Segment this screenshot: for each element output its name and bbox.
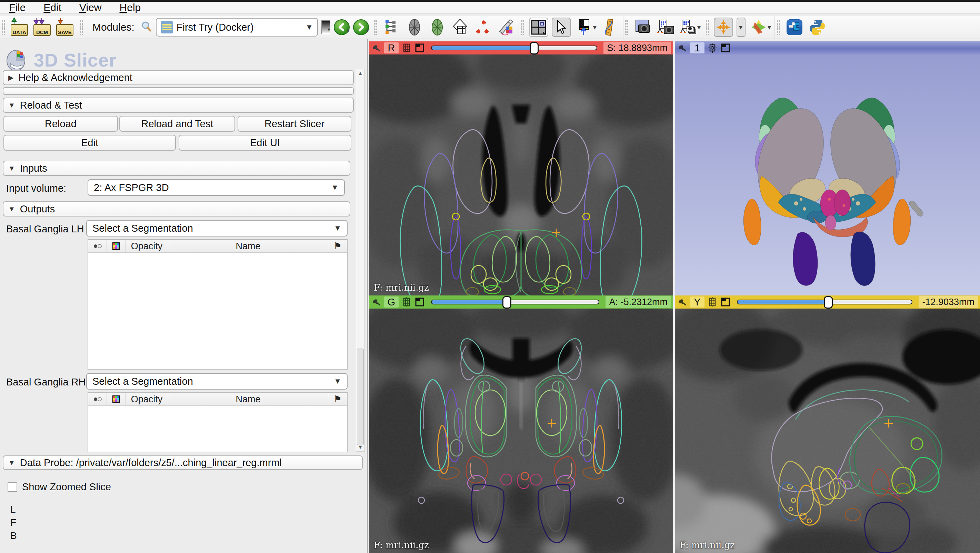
- scroll-down-icon[interactable]: ▼: [356, 443, 364, 451]
- view-menu-icon[interactable]: [414, 43, 425, 53]
- toolbar-drag-handle[interactable]: [625, 20, 628, 35]
- yellow-slice-slider[interactable]: [737, 300, 912, 304]
- markups-button[interactable]: [473, 17, 492, 37]
- volume-rendering-button[interactable]: [405, 17, 424, 37]
- pin-icon[interactable]: [677, 43, 687, 53]
- basal-ganglia-lh-selector[interactable]: Select a Segmentation ▼: [86, 220, 348, 237]
- menu-file[interactable]: File: [9, 2, 25, 13]
- restart-slicer-button[interactable]: Restart Slicer: [238, 116, 352, 132]
- visibility-column-icon[interactable]: [88, 240, 107, 253]
- python-console-button[interactable]: [808, 17, 827, 37]
- show-zoomed-slice-checkbox[interactable]: [8, 482, 17, 492]
- menu-view[interactable]: View: [79, 2, 101, 13]
- toolbar-drag-handle[interactable]: [521, 20, 524, 35]
- rh-segment-table[interactable]: Opacity Name ⚑: [88, 393, 348, 452]
- outputs-section[interactable]: ▼ Outputs: [3, 201, 350, 216]
- name-column-header[interactable]: Name: [168, 393, 328, 405]
- green-slice-controller: G A: -5.2312mm: [369, 296, 673, 308]
- yellow-slice-view[interactable]: F: mri.nii.gz: [675, 308, 980, 553]
- crosshair-button[interactable]: [714, 17, 733, 37]
- chevron-down-icon[interactable]: ▾: [328, 26, 330, 33]
- toolbar-drag-handle[interactable]: [776, 20, 780, 35]
- opacity-column-header[interactable]: Opacity: [126, 240, 168, 253]
- module-selector[interactable]: First Try (Docker) ▼: [156, 18, 318, 37]
- red-corner-label: F: mri.nii.gz: [374, 282, 429, 293]
- chevron-down-icon[interactable]: ▾: [347, 27, 350, 34]
- inputs-section[interactable]: ▼ Inputs: [3, 160, 350, 176]
- capture-stack-button[interactable]: [679, 17, 698, 37]
- reload-button[interactable]: Reload: [3, 116, 118, 132]
- save-scene-button[interactable]: SAVE: [55, 17, 75, 37]
- green-slider-handle[interactable]: [503, 296, 511, 308]
- lh-segment-table[interactable]: Opacity Name ⚑: [88, 239, 348, 370]
- extensions-manager-button[interactable]: [785, 17, 804, 37]
- data-probe-section[interactable]: ▼ Data Probe: /private/var/folders/z5/..…: [3, 455, 363, 470]
- reload-test-section[interactable]: ▼ Reload & Test: [3, 98, 354, 113]
- scrollbar-thumb[interactable]: [357, 348, 364, 445]
- pin-icon[interactable]: [677, 297, 687, 307]
- lh-segment-list[interactable]: [88, 253, 347, 369]
- module-search-icon[interactable]: [141, 21, 153, 34]
- ruler-button[interactable]: [600, 17, 619, 37]
- threed-view[interactable]: [675, 54, 980, 296]
- slice-intersections-button[interactable]: [749, 17, 768, 37]
- opacity-column-header[interactable]: Opacity: [126, 393, 168, 405]
- yellow-slider-handle[interactable]: [824, 296, 833, 308]
- threed-view-label[interactable]: 1: [690, 42, 705, 54]
- chevron-down-icon[interactable]: ▾: [366, 27, 369, 34]
- edit-button[interactable]: Edit: [3, 135, 176, 151]
- flag-column-icon[interactable]: ⚑: [328, 240, 347, 253]
- transforms-button[interactable]: [496, 17, 515, 37]
- view-menu-icon[interactable]: [720, 43, 731, 53]
- toolbar-drag-handle[interactable]: [374, 20, 377, 35]
- toolbar-drag-handle[interactable]: [79, 20, 83, 35]
- section-label: Reload & Test: [20, 100, 82, 111]
- reload-and-test-button[interactable]: Reload and Test: [119, 116, 235, 132]
- edit-ui-button[interactable]: Edit UI: [179, 135, 352, 151]
- color-column-icon[interactable]: [107, 393, 126, 405]
- view-menu-icon[interactable]: [720, 297, 731, 307]
- flag-column-icon[interactable]: ⚑: [328, 393, 347, 405]
- pin-icon[interactable]: [371, 297, 381, 307]
- slice-visibility-icon[interactable]: [401, 297, 412, 307]
- crop-volume-icon: [452, 19, 468, 36]
- slice-visibility-icon[interactable]: [707, 297, 718, 307]
- load-dicom-button[interactable]: DCM: [32, 17, 52, 37]
- name-column-header[interactable]: Name: [168, 240, 328, 253]
- pin-icon[interactable]: [371, 43, 381, 53]
- yellow-view-label[interactable]: Y: [690, 297, 705, 308]
- red-slice-slider[interactable]: [431, 46, 597, 50]
- menu-edit[interactable]: Edit: [43, 2, 61, 13]
- window-level-button[interactable]: [574, 17, 594, 37]
- toolbar-drag-handle[interactable]: [706, 20, 709, 35]
- crop-volume-button[interactable]: [450, 17, 470, 37]
- crosshair-menu-button[interactable]: ▾: [737, 17, 746, 37]
- red-slice-view[interactable]: F: mri.nii.gz: [369, 54, 673, 296]
- help-acknowledgement-section[interactable]: ▶ Help & Acknowledgement: [3, 70, 354, 85]
- rh-segment-list[interactable]: [88, 406, 347, 451]
- menu-help[interactable]: Help: [120, 2, 141, 13]
- basal-ganglia-rh-selector[interactable]: Select a Segmentation ▼: [86, 373, 348, 389]
- load-data-button[interactable]: DATA: [10, 17, 29, 37]
- capture-scene-button[interactable]: [656, 17, 675, 37]
- view-menu-icon[interactable]: [414, 297, 425, 307]
- subject-hierarchy-button[interactable]: [382, 17, 401, 37]
- visibility-column-icon[interactable]: [88, 393, 107, 405]
- green-view-label[interactable]: G: [384, 297, 399, 308]
- red-view-label[interactable]: R: [384, 42, 399, 54]
- panel-scrollbar[interactable]: ▲ ▼: [356, 69, 365, 451]
- center-view-icon[interactable]: [707, 43, 718, 53]
- input-volume-selector[interactable]: 2: Ax FSPGR 3D ▼: [88, 179, 345, 196]
- toolbar-drag-handle[interactable]: [2, 20, 5, 35]
- green-slice-slider[interactable]: [431, 300, 599, 304]
- models-button[interactable]: [428, 17, 447, 37]
- capture-view-button[interactable]: [633, 17, 652, 37]
- collapsed-empty-section[interactable]: [3, 87, 354, 95]
- scroll-up-icon[interactable]: ▲: [356, 69, 364, 78]
- slice-visibility-icon[interactable]: [401, 43, 412, 53]
- red-slider-handle[interactable]: [530, 42, 539, 54]
- mouse-interaction-button[interactable]: [552, 17, 571, 37]
- green-slice-view[interactable]: F: mri.nii.gz: [369, 308, 673, 553]
- color-column-icon[interactable]: [107, 240, 126, 253]
- layout-selector-button[interactable]: [529, 17, 548, 37]
